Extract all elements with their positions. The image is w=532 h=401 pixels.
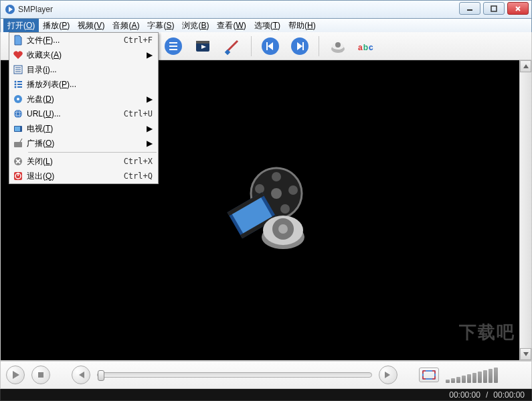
watermark-text: 下载吧: [459, 321, 515, 344]
menu-item-quit[interactable]: 退出(Q) Ctrl+Q: [9, 169, 158, 183]
menu-subtitle[interactable]: 字幕(S): [143, 19, 178, 32]
close-circle-icon: [9, 156, 27, 167]
menu-help[interactable]: 帮助(H): [284, 19, 320, 32]
submenu-arrow-icon: ▶: [147, 139, 153, 148]
file-icon: [9, 35, 27, 46]
toolbar-separator: [251, 36, 252, 56]
svg-marker-68: [13, 371, 19, 379]
menu-options[interactable]: 选项(T): [250, 19, 284, 32]
submenu-arrow-icon: ▶: [147, 124, 153, 133]
time-total: 00:00:00: [493, 390, 525, 400]
menu-view[interactable]: 查看(W): [213, 19, 250, 32]
menu-item-close[interactable]: 关闭(L) Ctrl+X: [9, 154, 158, 169]
svg-point-31: [15, 84, 17, 86]
smplayer-logo-icon: [213, 163, 320, 257]
svg-rect-69: [38, 372, 43, 378]
minimize-button[interactable]: [459, 2, 480, 15]
menu-item-url[interactable]: URL(U)... Ctrl+U: [9, 106, 158, 121]
stop-button[interactable]: [31, 366, 50, 384]
menu-item-disc[interactable]: 光盘(D) ▶: [9, 92, 158, 106]
volume-slider[interactable]: [446, 367, 526, 383]
toolbar-video-source-button[interactable]: [192, 35, 213, 57]
open-dropdown-menu: 文件(F)... Ctrl+F 收藏夹(A) ▶ 目录(i)... 播放列表(P…: [9, 32, 159, 184]
svg-point-32: [15, 86, 17, 88]
window-controls: [459, 2, 529, 15]
svg-rect-17: [266, 42, 268, 50]
svg-text:abc: abc: [358, 43, 373, 52]
svg-point-65: [278, 224, 288, 234]
menu-item-radio[interactable]: 广播(O) ▶: [9, 136, 158, 151]
menu-browse[interactable]: 浏览(B): [178, 19, 213, 32]
svg-point-37: [17, 98, 19, 100]
svg-marker-66: [523, 64, 529, 68]
svg-point-38: [14, 110, 22, 118]
power-icon: [9, 171, 27, 181]
menu-item-playlist[interactable]: 播放列表(P)...: [9, 77, 158, 92]
forward-button[interactable]: [379, 366, 397, 384]
seek-thumb[interactable]: [98, 370, 104, 381]
menu-play[interactable]: 播放(P): [39, 19, 74, 32]
menu-item-favorites[interactable]: 收藏夹(A) ▶: [9, 48, 158, 62]
folder-icon: [9, 64, 27, 75]
menu-open[interactable]: 打开(O): [3, 19, 39, 32]
menu-separator: [28, 152, 157, 153]
maximize-button[interactable]: [483, 2, 505, 15]
heart-icon: [9, 50, 27, 60]
svg-point-23: [335, 42, 341, 48]
title-bar: SMPlayer: [0, 0, 532, 19]
svg-rect-3: [491, 6, 497, 11]
menu-audio[interactable]: 音频(A): [108, 19, 143, 32]
toolbar-volume-button[interactable]: [327, 35, 349, 57]
menu-item-tv[interactable]: 电视(T) ▶: [9, 121, 158, 136]
close-button[interactable]: [507, 2, 529, 15]
rewind-button[interactable]: [72, 366, 90, 384]
vertical-scrollbar[interactable]: [519, 60, 531, 360]
svg-point-30: [15, 81, 17, 83]
svg-marker-70: [79, 372, 84, 378]
window-title: SMPlayer: [18, 5, 53, 14]
play-button[interactable]: [6, 366, 25, 384]
time-elapsed: 00:00:00: [449, 390, 480, 400]
menu-bar: 打开(O) 播放(P) 视频(V) 音频(A) 字幕(S) 浏览(B) 查看(W…: [0, 19, 532, 32]
svg-point-53: [272, 172, 281, 181]
svg-point-57: [255, 184, 264, 193]
toolbar-skip-prev-button[interactable]: [260, 35, 281, 57]
toolbar-playlist-button[interactable]: [163, 35, 184, 57]
submenu-arrow-icon: ▶: [147, 50, 153, 60]
svg-point-55: [280, 204, 290, 214]
toolbar-separator: [319, 36, 319, 56]
tv-icon: [9, 123, 27, 134]
toolbar-subtitle-button[interactable]: abc: [357, 35, 378, 57]
svg-line-44: [20, 139, 22, 142]
disc-icon: [9, 94, 27, 104]
svg-rect-42: [15, 127, 20, 131]
svg-rect-72: [423, 371, 435, 379]
app-icon: [5, 4, 15, 15]
radio-icon: [9, 138, 27, 149]
svg-marker-71: [385, 372, 390, 378]
svg-point-54: [288, 185, 298, 195]
globe-icon: [9, 108, 27, 119]
svg-rect-20: [302, 42, 304, 50]
toolbar-skip-next-button[interactable]: [289, 35, 311, 57]
status-bar: 00:00:00 / 00:00:00: [0, 389, 532, 401]
svg-rect-43: [14, 142, 22, 147]
svg-point-52: [271, 188, 282, 199]
menu-item-file[interactable]: 文件(F)... Ctrl+F: [9, 33, 158, 48]
scroll-up-button[interactable]: [520, 60, 531, 72]
menu-item-directory[interactable]: 目录(i)...: [9, 62, 158, 77]
toolbar-preferences-button[interactable]: [221, 35, 243, 57]
svg-marker-67: [523, 352, 529, 356]
submenu-arrow-icon: ▶: [147, 94, 153, 104]
scroll-down-button[interactable]: [520, 348, 531, 360]
time-separator: /: [486, 390, 488, 400]
menu-video[interactable]: 视频(V): [74, 19, 108, 32]
seek-bar[interactable]: [97, 372, 372, 378]
svg-line-13: [227, 41, 238, 52]
svg-marker-25: [15, 35, 21, 45]
fullscreen-button[interactable]: [419, 368, 439, 382]
control-bar: [0, 361, 532, 389]
svg-rect-11: [196, 41, 209, 44]
list-icon: [9, 79, 27, 90]
